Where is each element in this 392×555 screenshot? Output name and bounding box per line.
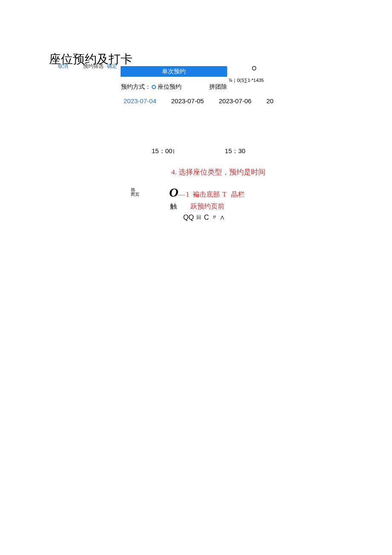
annotation-t: T xyxy=(222,191,227,198)
radio-seat-icon[interactable] xyxy=(152,85,156,89)
date-option-2[interactable]: 2023-07-05 xyxy=(171,97,204,105)
date-option-4[interactable]: 20 xyxy=(266,97,274,105)
symbol-qq: QQ xyxy=(183,214,194,221)
booking-mode-row: 预约方式： 座位预约 拼团除 xyxy=(121,83,227,91)
mode-option-seat[interactable]: 座位预约 xyxy=(158,83,182,91)
annotation-step5-line2: 触 跃预约页前 xyxy=(170,202,225,211)
annotation-dash: — xyxy=(178,191,185,198)
modal-title: 预约筛选 xyxy=(83,63,104,70)
symbol-square-icon: 回 xyxy=(196,215,201,220)
modal-header: 取消 预约筛选 确定 xyxy=(58,63,117,70)
annotation-step4: 4. 选择座位类型，预约是时间 xyxy=(171,167,265,177)
date-option-1[interactable]: 2023-07-04 xyxy=(124,97,156,105)
tab-single-booking[interactable]: 单次预约 xyxy=(121,66,227,77)
tab-label: 单次预约 xyxy=(162,68,186,76)
mode-label: 预约方式： xyxy=(121,83,151,91)
time-option-1[interactable]: 15：00 xyxy=(152,147,172,155)
annotation-step5-line1: —1 褊击底部 T 晶栏 xyxy=(178,190,245,199)
annotation-num: 1 xyxy=(186,191,189,198)
date-option-3[interactable]: 2023-07-06 xyxy=(219,97,251,105)
symbol-rest: C 〃 ∧ xyxy=(204,214,225,221)
cancel-button[interactable]: 取消 xyxy=(58,63,68,70)
status-text: ⅞｜0(S∑1·*1435 xyxy=(228,77,264,84)
confirm-button[interactable]: 确定 xyxy=(107,63,117,70)
nav-label-top: 捻 xyxy=(131,187,135,192)
nav-home-label: 捻 而页 xyxy=(131,187,139,197)
date-picker-row: 2023-07-04 2023-07-05 2023-07-06 20 xyxy=(124,97,274,105)
annotation-text-b: 晶栏 xyxy=(231,191,245,198)
nav-label-bottom: 而页 xyxy=(131,192,139,197)
time-cursor: I xyxy=(173,148,174,155)
annotation-line2-a: 触 xyxy=(170,203,177,210)
annotation-zero-icon: O xyxy=(169,185,179,200)
bottom-nav-symbols: QQ 回 C 〃 ∧ xyxy=(183,213,225,222)
annotation-text-a: 褊击底部 xyxy=(193,191,220,198)
annotation-line2-b: 跃预约页前 xyxy=(190,203,225,210)
mode-option-group[interactable]: 拼团除 xyxy=(209,83,227,91)
time-option-2[interactable]: 15：30 xyxy=(225,147,245,155)
time-picker-row: 15：00I 15：30 xyxy=(152,147,245,155)
status-circle-icon: O xyxy=(252,65,257,72)
